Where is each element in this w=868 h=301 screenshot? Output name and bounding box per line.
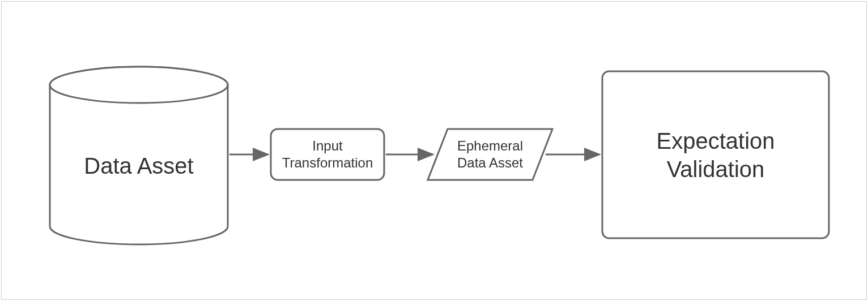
ephemeral-data-asset-label: Ephemeral Data Asset xyxy=(433,129,547,180)
flow-diagram: Data Asset Input Transformation Ephemera… xyxy=(2,2,866,299)
svg-point-1 xyxy=(50,67,228,103)
input-transformation-label: Input Transformation xyxy=(271,129,384,180)
data-asset-label: Data Asset xyxy=(50,112,228,220)
expectation-validation-label: Expectation Validation xyxy=(602,71,829,238)
diagram-frame: Data Asset Input Transformation Ephemera… xyxy=(1,1,867,300)
